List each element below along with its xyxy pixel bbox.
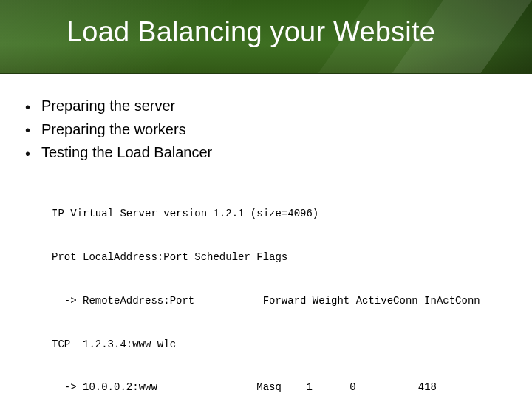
terminal-line: Prot LocalAddress:Port Scheduler Flags xyxy=(52,250,507,265)
list-item-label: Testing the Load Balancer xyxy=(41,144,212,160)
list-item: Preparing the workers xyxy=(25,118,507,142)
terminal-line: IP Virtual Server version 1.2.1 (size=40… xyxy=(52,207,507,222)
bullet-list: Preparing the server Preparing the worke… xyxy=(25,95,507,165)
list-item-label: Preparing the server xyxy=(41,98,175,114)
weight: 1 xyxy=(306,381,312,393)
page-title: Load Balancing your Website xyxy=(66,16,435,48)
active-conn: 0 xyxy=(349,381,355,393)
terminal-row: -> 10.0.0.2:www Masq 1 0 418 xyxy=(52,381,507,395)
slide-content: Preparing the server Preparing the worke… xyxy=(0,74,532,399)
list-item-label: Preparing the workers xyxy=(41,121,186,137)
list-item: Preparing the server xyxy=(25,95,507,118)
list-item: Testing the Load Balancer xyxy=(25,141,507,165)
terminal-line: TCP 1.2.3.4:www wlc xyxy=(52,338,507,352)
terminal-output: IP Virtual Server version 1.2.1 (size=40… xyxy=(52,178,507,399)
inact-conn: 418 xyxy=(418,381,437,393)
slide-header: Load Balancing your Website xyxy=(0,0,532,74)
remote-addr: 10.0.0.2:www xyxy=(83,381,157,393)
terminal-line: -> RemoteAddress:Port Forward Weight Act… xyxy=(52,294,507,309)
forward: Masq xyxy=(256,381,282,393)
